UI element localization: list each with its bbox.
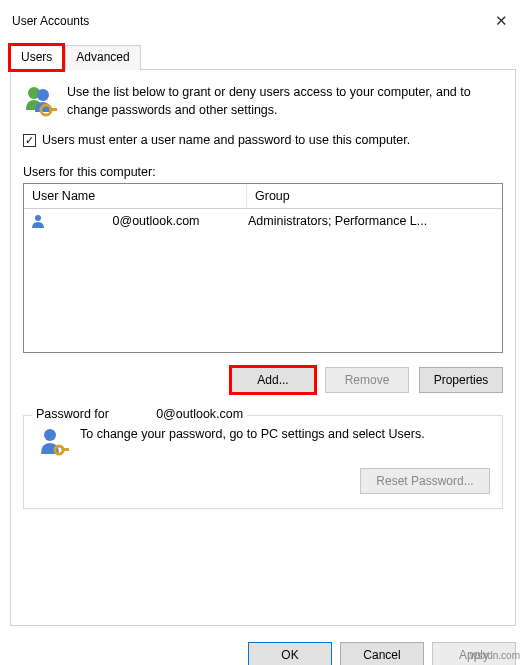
tab-advanced-label: Advanced [76, 50, 129, 64]
intro-row: Use the list below to grant or deny user… [23, 84, 503, 119]
require-password-row[interactable]: ✓ Users must enter a user name and passw… [23, 133, 503, 147]
redacted-text: xxxxxxx [112, 407, 156, 421]
svg-rect-3 [49, 108, 57, 111]
users-keys-icon [23, 84, 57, 118]
remove-button: Remove [325, 367, 409, 393]
password-groupbox: Password for xxxxxxx0@outlook.com To cha… [23, 415, 503, 509]
users-listview[interactable]: User Name Group xxxxxxxxxx0@outlook.com … [23, 183, 503, 353]
watermark: wsxdn.com [470, 650, 520, 661]
svg-point-5 [44, 429, 56, 441]
add-button-highlight: Add... [231, 367, 315, 393]
column-header-username[interactable]: User Name [24, 184, 246, 208]
password-info-row: To change your password, go to PC settin… [36, 426, 490, 460]
svg-point-4 [35, 215, 41, 221]
cancel-button[interactable]: Cancel [340, 642, 424, 665]
properties-button[interactable]: Properties [419, 367, 503, 393]
redacted-text: xxxxxxxxxx [50, 214, 113, 228]
require-password-checkbox[interactable]: ✓ [23, 134, 36, 147]
cell-username: xxxxxxxxxx0@outlook.com [50, 214, 248, 228]
add-button[interactable]: Add... [231, 367, 315, 393]
reset-password-row: Reset Password... [36, 468, 490, 494]
dialog-buttons: OK Cancel Apply [10, 642, 516, 665]
svg-point-6 [55, 446, 63, 454]
tab-users[interactable]: Users [10, 45, 63, 70]
list-buttons-row: Add... Remove Properties [23, 367, 503, 393]
user-key-icon [36, 426, 70, 460]
table-row[interactable]: xxxxxxxxxx0@outlook.com Administrators; … [24, 209, 502, 233]
user-icon [30, 213, 46, 229]
close-icon[interactable]: ✕ [487, 8, 516, 34]
user-accounts-window: User Accounts ✕ Users Advanced Use the l [0, 0, 526, 665]
intro-text: Use the list below to grant or deny user… [67, 84, 503, 119]
reset-password-button: Reset Password... [360, 468, 490, 494]
users-list-label: Users for this computer: [23, 165, 503, 179]
titlebar: User Accounts ✕ [10, 0, 516, 40]
password-info-text: To change your password, go to PC settin… [80, 426, 425, 444]
tab-content: Use the list below to grant or deny user… [10, 70, 516, 626]
cell-group: Administrators; Performance L... [248, 214, 496, 228]
require-password-label: Users must enter a user name and passwor… [42, 133, 410, 147]
window-title: User Accounts [12, 14, 89, 28]
ok-button[interactable]: OK [248, 642, 332, 665]
svg-rect-7 [62, 448, 69, 451]
tab-users-label: Users [21, 50, 52, 64]
column-header-group[interactable]: Group [246, 184, 502, 208]
listview-header: User Name Group [24, 184, 502, 209]
svg-point-1 [37, 89, 49, 101]
tabstrip: Users Advanced [10, 44, 516, 70]
password-groupbox-legend: Password for xxxxxxx0@outlook.com [32, 407, 247, 421]
tab-advanced[interactable]: Advanced [65, 45, 140, 70]
